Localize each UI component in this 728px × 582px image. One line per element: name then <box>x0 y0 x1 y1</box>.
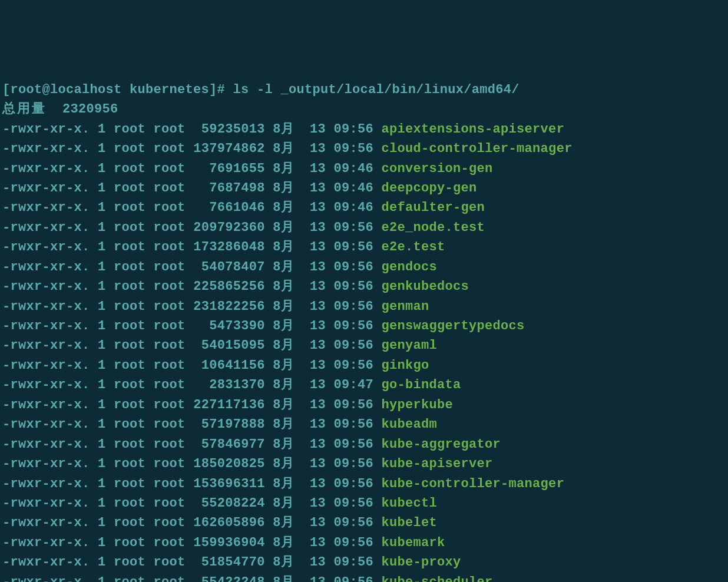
file-links: 1 <box>98 457 106 471</box>
file-owner: root <box>114 200 145 215</box>
file-links: 1 <box>98 200 106 215</box>
file-day: 13 <box>310 496 326 511</box>
file-permissions: -rwxr-xr-x. <box>2 378 90 392</box>
file-group: root <box>154 260 186 275</box>
file-day: 13 <box>310 200 326 215</box>
file-name: genman <box>382 299 429 314</box>
file-day: 13 <box>310 181 326 196</box>
file-permissions: -rwxr-xr-x. <box>2 220 90 235</box>
file-size: 185020825 <box>193 457 265 471</box>
shell-prompt: [root@localhost kubernetes]# <box>2 82 225 97</box>
file-month: 8月 <box>273 378 294 392</box>
file-name: kube-apiserver <box>382 457 493 471</box>
total-label: 总用量 <box>2 102 47 117</box>
file-month: 8月 <box>273 122 294 137</box>
file-name: genswaggertypedocs <box>382 319 525 333</box>
file-time: 09:56 <box>334 319 374 333</box>
file-day: 13 <box>310 338 326 353</box>
file-permissions: -rwxr-xr-x. <box>2 555 90 570</box>
file-time: 09:56 <box>334 240 374 254</box>
file-day: 13 <box>310 220 326 235</box>
file-time: 09:56 <box>334 358 374 373</box>
file-name: kube-scheduler <box>382 575 493 582</box>
file-day: 13 <box>310 319 326 333</box>
file-permissions: -rwxr-xr-x. <box>2 477 90 491</box>
file-day: 13 <box>310 417 326 432</box>
file-size: 7661046 <box>193 200 265 215</box>
file-size: 153696311 <box>193 477 265 491</box>
file-group: root <box>154 437 186 452</box>
file-month: 8月 <box>273 240 294 254</box>
file-owner: root <box>114 319 145 333</box>
file-links: 1 <box>98 161 106 176</box>
file-time: 09:56 <box>334 477 374 491</box>
file-month: 8月 <box>273 437 294 452</box>
file-size: 54078407 <box>193 260 265 275</box>
file-name: ginkgo <box>382 358 429 373</box>
file-day: 13 <box>310 477 326 491</box>
file-owner: root <box>114 496 145 511</box>
file-links: 1 <box>98 398 106 412</box>
file-permissions: -rwxr-xr-x. <box>2 457 90 471</box>
file-size: 162605896 <box>193 515 265 530</box>
file-size: 54015095 <box>193 338 265 353</box>
file-time: 09:56 <box>334 279 374 294</box>
file-name: kube-proxy <box>382 555 461 570</box>
terminal-output: [root@localhost kubernetes]# ls -l _outp… <box>2 80 726 582</box>
file-permissions: -rwxr-xr-x. <box>2 437 90 452</box>
file-size: 7691655 <box>193 161 265 176</box>
file-owner: root <box>114 240 145 254</box>
file-group: root <box>154 141 186 156</box>
file-month: 8月 <box>273 496 294 511</box>
file-time: 09:56 <box>334 457 374 471</box>
file-links: 1 <box>98 260 106 275</box>
file-owner: root <box>114 398 145 412</box>
file-links: 1 <box>98 220 106 235</box>
file-permissions: -rwxr-xr-x. <box>2 181 90 196</box>
file-month: 8月 <box>273 398 294 412</box>
file-size: 231822256 <box>193 299 265 314</box>
file-size: 57197888 <box>193 417 265 432</box>
file-links: 1 <box>98 496 106 511</box>
file-owner: root <box>114 161 145 176</box>
file-permissions: -rwxr-xr-x. <box>2 338 90 353</box>
file-month: 8月 <box>273 358 294 373</box>
file-group: root <box>154 358 186 373</box>
file-permissions: -rwxr-xr-x. <box>2 122 90 137</box>
file-size: 209792360 <box>193 220 265 235</box>
file-size: 173286048 <box>193 240 265 254</box>
file-name: kubeadm <box>382 417 438 432</box>
file-permissions: -rwxr-xr-x. <box>2 260 90 275</box>
file-owner: root <box>114 220 145 235</box>
file-month: 8月 <box>273 220 294 235</box>
file-time: 09:56 <box>334 575 374 582</box>
file-name: gendocs <box>382 260 438 275</box>
file-name: cloud-controller-manager <box>382 141 573 156</box>
file-links: 1 <box>98 141 106 156</box>
file-links: 1 <box>98 299 106 314</box>
file-name: kubelet <box>382 515 438 530</box>
file-time: 09:56 <box>334 515 374 530</box>
file-time: 09:56 <box>334 535 374 550</box>
file-owner: root <box>114 122 145 137</box>
file-month: 8月 <box>273 457 294 471</box>
file-links: 1 <box>98 515 106 530</box>
file-owner: root <box>114 338 145 353</box>
file-owner: root <box>114 299 145 314</box>
file-time: 09:56 <box>334 338 374 353</box>
file-time: 09:56 <box>334 417 374 432</box>
file-name: deepcopy-gen <box>382 181 477 196</box>
total-value: 2320956 <box>62 102 118 117</box>
file-day: 13 <box>310 437 326 452</box>
file-owner: root <box>114 417 145 432</box>
file-size: 5473390 <box>193 319 265 333</box>
file-links: 1 <box>98 279 106 294</box>
file-group: root <box>154 220 186 235</box>
file-month: 8月 <box>273 417 294 432</box>
file-group: root <box>154 200 186 215</box>
file-owner: root <box>114 358 145 373</box>
file-permissions: -rwxr-xr-x. <box>2 200 90 215</box>
file-day: 13 <box>310 260 326 275</box>
file-name: genkubedocs <box>382 279 469 294</box>
file-group: root <box>154 515 186 530</box>
